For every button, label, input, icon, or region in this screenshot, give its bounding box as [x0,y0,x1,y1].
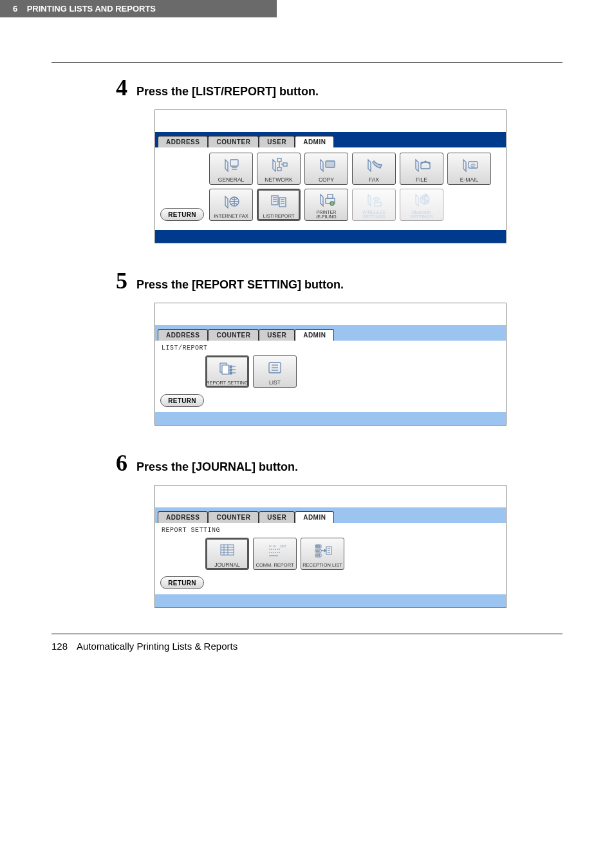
wireless-settings-button[interactable]: WIRELESSSETTINGS [352,189,396,221]
return-button[interactable]: RETURN [160,576,204,589]
fax-button[interactable]: FAX [352,153,396,185]
step-text: Press the [JOURNAL] button. [136,460,298,474]
tab-address[interactable]: ADDRESS [158,136,208,147]
svg-rect-29 [230,369,232,371]
header-bar: 6 PRINTING LISTS AND REPORTS [0,0,277,17]
tab-strip: ADDRESS COUNTER USER ADMIN [155,132,506,147]
internet-fax-icon [210,189,252,213]
list-icon [254,356,296,379]
tab-counter[interactable]: COUNTER [208,329,259,341]
chapter-num: 6 [13,4,17,14]
file-button[interactable]: FILE [400,153,443,185]
tab-strip: ADDRESS COUNTER USER ADMIN [155,507,506,523]
svg-rect-5 [283,163,287,166]
svg-text:10:30: 10:30 [280,544,286,548]
step-number: 5 [116,269,127,292]
svg-rect-0 [230,160,238,166]
svg-rect-17 [279,198,286,207]
label: GENERAL [218,176,245,183]
page-number: 128 [51,641,68,652]
copy-button[interactable]: COPY [304,153,348,185]
step-text: Press the [REPORT SETTING] button. [136,278,344,292]
general-icon [210,153,252,176]
screenshot-report-setting: ADDRESS COUNTER USER ADMIN REPORT SETTIN… [154,485,507,608]
label: COMM. REPORT [256,562,293,568]
email-icon: @ [448,153,490,176]
list-report-icon [257,189,300,213]
chapter-title: PRINTING LISTS AND REPORTS [27,4,156,14]
label: NETWORK [265,176,292,183]
comm-report-icon: 10:30 [254,538,296,562]
step-5: 5 Press the [REPORT SETTING] button. [116,269,563,292]
label: PRINTER/E-FILING [316,210,337,219]
return-button[interactable]: RETURN [160,394,204,407]
general-button[interactable]: GENERAL [209,153,253,185]
svg-rect-8 [326,161,335,167]
svg-rect-24 [375,202,381,206]
reception-list-button[interactable]: 001002003 RECEPTION LIST [301,538,344,570]
label: BluetoothSETTINGS [410,210,433,219]
email-button[interactable]: @ E-MAIL [447,153,491,185]
tab-address[interactable]: ADDRESS [158,511,208,523]
label: COPY [319,176,334,183]
step-6: 6 Press the [JOURNAL] button. [116,451,563,475]
journal-button[interactable]: JOURNAL [205,538,249,570]
label: E-MAIL [460,176,478,183]
screenshot-list-report: ADDRESS COUNTER USER ADMIN LIST/REPORT R… [154,303,507,426]
label: FILE [416,176,427,183]
step-text: Press the [LIST/REPORT] button. [136,85,319,99]
svg-rect-27 [222,365,228,374]
tab-user[interactable]: USER [259,329,295,341]
tab-admin[interactable]: ADMIN [295,511,334,523]
printer-efiling-button[interactable]: PRINTER/E-FILING [304,189,348,221]
bluetooth-icon [400,189,443,210]
label: LIST/REPORT [263,213,294,219]
svg-rect-22 [328,194,333,198]
comm-report-button[interactable]: 10:30 COMM. REPORT [253,538,297,570]
breadcrumb: REPORT SETTING [160,525,501,538]
tab-strip: ADDRESS COUNTER USER ADMIN [155,325,506,341]
tab-user[interactable]: USER [259,511,295,523]
reception-list-icon: 001002003 [301,538,344,562]
label: JOURNAL [214,561,240,568]
footer-title: Automatically Printing Lists & Reports [77,641,237,652]
list-report-button[interactable]: LIST/REPORT [257,189,301,221]
label: LIST [269,379,281,386]
svg-text:002: 002 [316,549,321,552]
printer-icon [305,189,348,210]
copy-icon [305,153,348,176]
label: INTERNET FAX [214,213,248,219]
bluetooth-settings-button[interactable]: BluetoothSETTINGS [400,189,443,221]
report-setting-button[interactable]: REPORT SETTING [205,355,249,388]
svg-text:@: @ [470,162,476,168]
step-4: 4 Press the [LIST/REPORT] button. [116,76,563,99]
return-button[interactable]: RETURN [160,208,204,221]
label: FAX [369,176,379,183]
network-button[interactable]: NETWORK [257,153,301,185]
svg-rect-28 [230,366,232,368]
svg-rect-4 [277,167,281,171]
report-setting-icon [206,356,248,380]
wireless-icon [353,189,395,210]
tab-user[interactable]: USER [259,136,295,147]
tab-admin[interactable]: ADMIN [295,329,334,341]
internet-fax-button[interactable]: INTERNET FAX [209,189,253,221]
svg-rect-13 [272,196,278,205]
svg-text:001: 001 [316,545,321,548]
svg-rect-30 [230,372,232,374]
network-icon [257,153,300,176]
tab-counter[interactable]: COUNTER [208,511,259,523]
svg-rect-3 [277,158,281,162]
tab-address[interactable]: ADDRESS [158,329,208,341]
svg-text:003: 003 [316,554,321,557]
svg-point-23 [330,202,334,205]
file-icon [400,153,443,176]
tab-admin[interactable]: ADMIN [295,136,334,147]
fax-icon [353,153,395,176]
list-button[interactable]: LIST [253,355,297,388]
section-rule [51,62,563,63]
screenshot-admin-list-report: ADDRESS COUNTER USER ADMIN GENERAL NETWO… [154,109,507,243]
step-number: 4 [116,76,127,99]
label: WIRELESSSETTINGS [362,210,386,219]
tab-counter[interactable]: COUNTER [208,136,259,147]
